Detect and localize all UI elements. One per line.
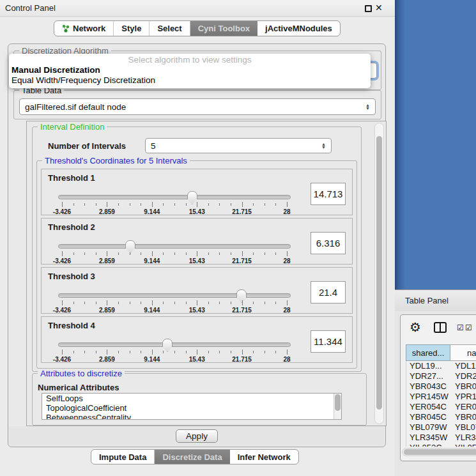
algorithm-option-manual-discretization[interactable]: Manual Discretization <box>9 65 371 75</box>
table-cell[interactable]: YER054C <box>406 402 451 412</box>
table-row[interactable]: YPR145WYPR14 <box>406 392 476 402</box>
table-row[interactable]: YER054CYER05 <box>406 402 476 412</box>
tab-network[interactable]: Network <box>54 21 114 36</box>
tick-mark <box>186 351 187 353</box>
checkbox-icon[interactable]: ☑ <box>457 323 464 332</box>
tick-mark <box>163 351 164 353</box>
tab-infer-network[interactable]: Infer Network <box>230 450 298 464</box>
table-row[interactable]: YBR043CYBR04 <box>406 381 476 392</box>
table-row[interactable]: YLR345WYLR34 <box>406 433 476 443</box>
table-cell[interactable]: YBL07 <box>451 422 476 433</box>
table-cell[interactable]: YLR34 <box>451 433 476 443</box>
tab-jactivemnodules[interactable]: jActiveMNodules <box>257 21 340 36</box>
settings-scrollbar-thumb[interactable] <box>376 136 382 410</box>
tick-mark <box>275 351 276 353</box>
tick-label: -3.426 <box>53 307 71 314</box>
number-of-intervals-select[interactable]: 5 ▲▼ <box>145 138 332 153</box>
table-cell[interactable]: YPR14 <box>451 392 476 402</box>
table-hscrollbar-thumb[interactable] <box>404 449 476 455</box>
threshold-value-field[interactable]: 21.4 <box>311 281 346 303</box>
tab-cyni-toolbox[interactable]: Cyni Toolbox <box>190 21 257 36</box>
table-cell[interactable]: YBL079W <box>406 422 451 433</box>
tick-mark <box>186 252 187 255</box>
table-cell[interactable]: YBR04 <box>451 412 476 422</box>
table-row[interactable]: YDR27...YDR27 <box>406 371 476 381</box>
slider-track[interactable] <box>58 195 291 199</box>
tab-label: Discretize Data <box>162 452 222 462</box>
threshold-panel-3: Threshold 3-3.4262.8599.14415.4321.71528… <box>41 267 353 314</box>
tick-mark <box>242 202 243 207</box>
tick-label: 15.43 <box>189 307 205 314</box>
tab-style[interactable]: Style <box>114 21 150 36</box>
threshold-slider[interactable]: -3.4262.8599.14415.4321.71528 <box>58 244 291 263</box>
table-cell[interactable]: YDL19 <box>451 361 476 371</box>
checkbox-icon[interactable]: ☑ <box>465 323 472 332</box>
table-cell[interactable]: YBR04 <box>451 381 476 392</box>
column-header-shared-name[interactable]: shared... <box>406 344 450 361</box>
table-cell[interactable]: YIL05 <box>451 443 476 447</box>
tab-discretize-data[interactable]: Discretize Data <box>155 450 229 464</box>
table-cell[interactable]: YLR345W <box>406 433 451 443</box>
table-row[interactable]: YDL19...YDL19 <box>406 361 476 371</box>
table-cell[interactable]: YPR145W <box>406 392 451 402</box>
threshold-slider[interactable]: -3.4262.8599.14415.4321.71528 <box>58 293 291 312</box>
settings-scrollbar[interactable] <box>374 123 384 424</box>
slider-track[interactable] <box>58 342 291 347</box>
table-cell[interactable]: YDR27 <box>451 371 476 381</box>
table-row[interactable]: YIL053CYIL05 <box>406 443 476 447</box>
tick-mark <box>219 203 220 206</box>
tick-mark <box>287 202 288 207</box>
tick-mark <box>208 203 209 206</box>
table-cell[interactable]: YBR043C <box>406 381 451 392</box>
tick-mark <box>219 252 220 255</box>
slider-ticks <box>62 300 287 306</box>
tick-mark <box>275 203 276 206</box>
attribute-item-selfloops[interactable]: SelfLoops <box>42 394 341 403</box>
table-row[interactable]: YBR045CYBR04 <box>406 412 476 422</box>
table-cell[interactable]: YDR27... <box>406 371 451 381</box>
float-window-icon[interactable] <box>365 5 372 12</box>
attributes-scrollbar[interactable] <box>334 394 341 419</box>
tick-mark <box>208 252 209 255</box>
table-cell[interactable]: YBR045C <box>406 412 451 422</box>
attributes-scrollbar-thumb[interactable] <box>335 394 341 411</box>
close-panel-icon[interactable]: ✕ <box>375 3 383 13</box>
table-data-selected-value: galFiltered.sif default node <box>25 102 126 112</box>
table-horizontal-scrollbar[interactable] <box>402 448 476 456</box>
tick-label: 21.715 <box>232 356 252 363</box>
attribute-item-topologicalcoefficient[interactable]: TopologicalCoefficient <box>42 403 341 413</box>
threshold-slider[interactable]: -3.4262.8599.14415.4321.71528 <box>58 195 291 214</box>
table-data-select[interactable]: galFiltered.sif default node ▲▼ <box>19 98 376 115</box>
attribute-item-betweennesscentrality[interactable]: BetweennessCentrality <box>42 413 341 420</box>
algorithm-placeholder-option[interactable]: Select algorithm to view settings <box>9 55 371 65</box>
gear-icon[interactable]: ⚙ <box>410 319 421 335</box>
threshold-panel-4: Threshold 4-3.4262.8599.14415.4321.71528… <box>41 316 353 363</box>
threshold-value-field[interactable]: 6.316 <box>311 232 346 254</box>
tick-mark <box>62 202 63 207</box>
tick-label: 28 <box>283 356 290 363</box>
slider-track[interactable] <box>58 244 291 249</box>
bottom-tab-bar: Impute DataDiscretize DataInfer Network <box>91 449 299 464</box>
slider-track[interactable] <box>58 293 291 298</box>
tick-mark <box>163 203 164 206</box>
tab-impute-data[interactable]: Impute Data <box>91 450 155 464</box>
tick-mark <box>253 252 254 255</box>
tick-mark <box>62 300 63 305</box>
split-columns-icon[interactable] <box>434 322 447 333</box>
tab-select[interactable]: Select <box>150 21 190 36</box>
table-row[interactable]: YBL079WYBL07 <box>406 422 476 433</box>
threshold-panel-1: Threshold 1-3.4262.8599.14415.4321.71528… <box>41 169 353 215</box>
table-cell[interactable]: YER05 <box>451 402 476 412</box>
table-cell[interactable]: YIL053C <box>406 443 451 447</box>
control-panel-titlebar: Control Panel ✕ <box>0 0 395 17</box>
numerical-attributes-list[interactable]: SelfLoopsTopologicalCoefficientBetweenne… <box>42 393 342 420</box>
column-header-name[interactable]: na <box>450 344 476 361</box>
tab-label: Style <box>121 24 141 33</box>
threshold-value-field[interactable]: 11.344 <box>311 330 346 353</box>
threshold-slider[interactable]: -3.4262.8599.14415.4321.71528 <box>58 342 291 362</box>
attribute-items: SelfLoopsTopologicalCoefficientBetweenne… <box>42 394 341 420</box>
threshold-value-field[interactable]: 14.713 <box>311 183 346 205</box>
algorithm-option-equal-width-frequency-discretization[interactable]: Equal Width/Frequency Discretization <box>9 75 371 86</box>
table-cell[interactable]: YDL19... <box>406 361 451 371</box>
apply-button[interactable]: Apply <box>176 429 218 443</box>
